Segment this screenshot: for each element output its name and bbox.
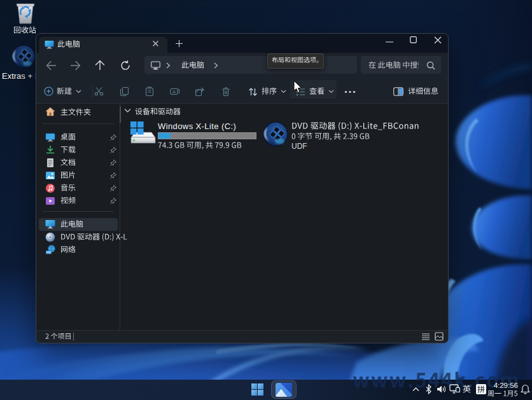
svg-text:A: A bbox=[172, 89, 176, 95]
